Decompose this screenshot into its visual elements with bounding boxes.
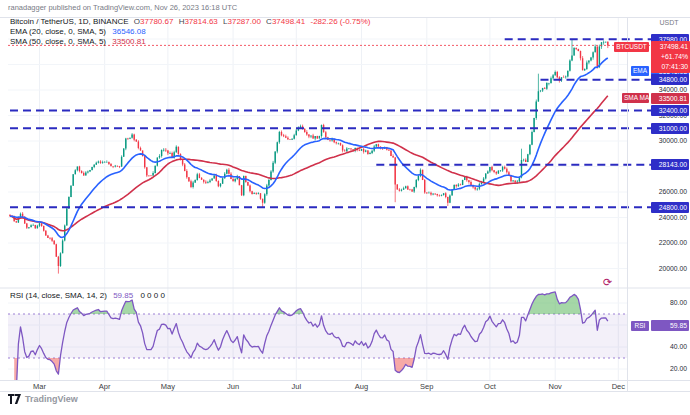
month-label: Nov bbox=[542, 382, 568, 391]
month-label: Oct bbox=[477, 382, 503, 391]
month-label: Dec bbox=[605, 382, 631, 391]
rsi-legend-title: RSI (14, close, SMA, 14, 2) bbox=[10, 291, 107, 300]
tradingview-chart-screenshot: ranadagger published on TradingView.com,… bbox=[0, 0, 690, 415]
open-value: 37780.67 bbox=[140, 17, 173, 26]
tradingview-logo-text: TradingView bbox=[25, 394, 78, 404]
rsi-tick-label: 40.00 bbox=[651, 342, 689, 352]
rsi-value-label: 59.85 bbox=[651, 320, 689, 331]
ema-legend-value: 36546.08 bbox=[112, 27, 145, 36]
last-price-value: 37498.41 bbox=[651, 42, 688, 52]
level-price-label: 34800.00 bbox=[651, 74, 689, 85]
rsi-legend-value: 59.85 bbox=[113, 291, 133, 300]
ema-legend-title: EMA (20, close, 0, SMA, 5) bbox=[10, 27, 106, 36]
price-tick-label: 20000.00 bbox=[651, 264, 689, 274]
sma-legend-value: 33500.81 bbox=[112, 37, 145, 46]
level-price-label: 31000.00 bbox=[651, 123, 689, 134]
last-price-label: 37498.41 +61.74% 07:41:30 bbox=[651, 41, 690, 73]
sma-legend-row[interactable]: SMA (50, close, 0, SMA, 5) 33500.81 bbox=[10, 37, 146, 46]
bar-countdown: 07:41:30 bbox=[651, 62, 688, 72]
symbol-title: Bitcoin / TetherUS, 1D, BINANCE bbox=[10, 17, 129, 26]
ema-legend-row[interactable]: EMA (20, close, 0, SMA, 5) 36546.08 bbox=[10, 27, 146, 36]
level-price-label: 28143.00 bbox=[651, 159, 689, 170]
price-tick-label: 24000.00 bbox=[651, 213, 689, 223]
rsi-tick-label: 80.00 bbox=[651, 298, 689, 308]
level-price-label: 32400.00 bbox=[651, 105, 689, 116]
symbol-legend-row[interactable]: Bitcoin / TetherUS, 1D, BINANCE O37780.6… bbox=[10, 17, 371, 26]
month-label: Jun bbox=[220, 382, 246, 391]
chart-canvas[interactable] bbox=[0, 0, 690, 415]
ema-chip: EMA bbox=[631, 66, 649, 76]
price-tick-label: 26000.00 bbox=[651, 187, 689, 197]
rsi-legend-row[interactable]: RSI (14, close, SMA, 14, 2) 59.85 0 0 0 … bbox=[10, 291, 165, 300]
month-label: Sep bbox=[414, 382, 440, 391]
month-label: May bbox=[155, 382, 181, 391]
reload-chart-icon[interactable]: ⟳ bbox=[601, 276, 614, 289]
level-price-label: 24800.00 bbox=[651, 202, 689, 213]
change-value: -282.26 (-0.75%) bbox=[310, 17, 370, 26]
month-label: Aug bbox=[349, 382, 375, 391]
rsi-tick-label: 20.00 bbox=[651, 364, 689, 374]
sma-chip: SMA MA bbox=[622, 93, 649, 103]
price-scale-currency: USDT bbox=[651, 19, 687, 26]
price-tick-label: 22000.00 bbox=[651, 238, 689, 248]
high-value: 37814.63 bbox=[184, 17, 217, 26]
symbol-price-chip: BTCUSDT bbox=[614, 42, 649, 52]
month-label: Apr bbox=[92, 382, 118, 391]
month-label: Jul bbox=[283, 382, 309, 391]
rsi-legend-extra-values: 0 0 0 0 bbox=[140, 291, 164, 300]
last-price-change-pct: +61.74% bbox=[651, 52, 688, 62]
rsi-chip: RSI bbox=[631, 321, 649, 331]
low-value: 37287.00 bbox=[227, 17, 260, 26]
tradingview-logo[interactable]: TradingView bbox=[8, 394, 78, 404]
tradingview-logo-icon bbox=[8, 394, 21, 404]
sma-legend-title: SMA (50, close, 0, SMA, 5) bbox=[10, 37, 106, 46]
close-value: 37498.41 bbox=[272, 17, 305, 26]
month-label: Mar bbox=[27, 382, 53, 391]
sma-price-label: 33500.81 bbox=[651, 93, 689, 104]
price-tick-label: 30000.00 bbox=[651, 136, 689, 146]
